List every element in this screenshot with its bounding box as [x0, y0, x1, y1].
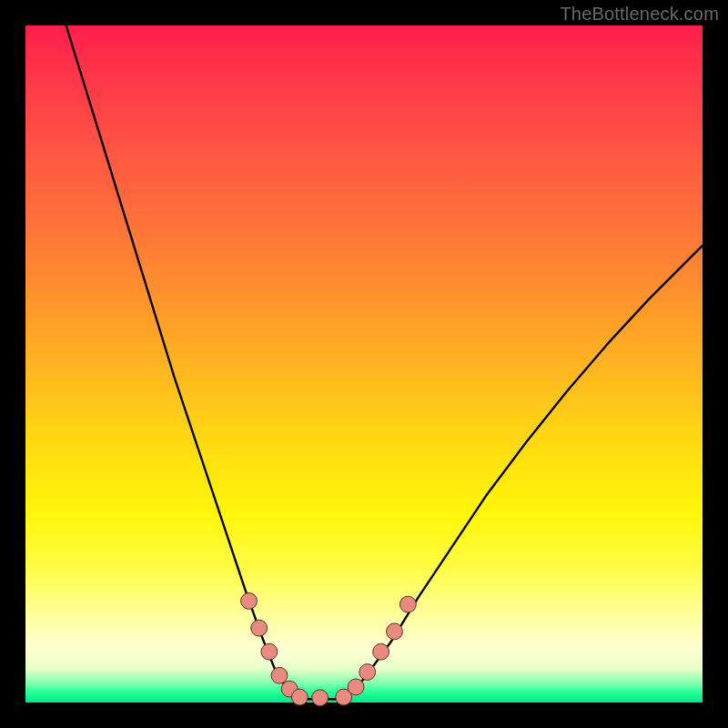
series-left-curve [66, 25, 300, 699]
marker-layer [241, 592, 417, 705]
valley-marker-3 [271, 667, 288, 683]
valley-marker-8 [348, 679, 364, 695]
line-layer [66, 25, 703, 699]
valley-marker-10 [373, 643, 389, 660]
valley-marker-12 [399, 596, 416, 612]
valley-marker-0 [241, 592, 258, 609]
valley-marker-11 [387, 623, 403, 640]
valley-marker-6 [312, 690, 329, 706]
valley-marker-5 [291, 689, 308, 705]
chart-stage: TheBottleneck.com [0, 0, 728, 728]
valley-marker-1 [251, 620, 268, 636]
chart-svg [25, 25, 703, 703]
valley-marker-9 [359, 664, 376, 681]
valley-marker-2 [261, 643, 278, 660]
watermark-text: TheBottleneck.com [560, 4, 719, 25]
plot-area [25, 25, 703, 703]
